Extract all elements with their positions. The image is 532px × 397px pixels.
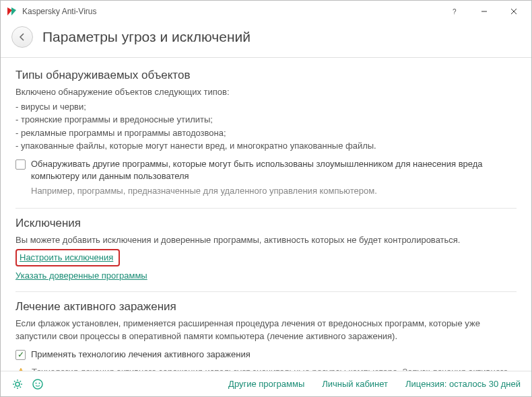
- list-item: - вирусы и черви;: [15, 100, 517, 114]
- svg-point-8: [36, 382, 37, 384]
- settings-gear-icon[interactable]: [11, 378, 24, 390]
- minimize-button[interactable]: [469, 1, 499, 22]
- detect-other-hint: Например, программы, предназначенные для…: [31, 185, 517, 197]
- account-link[interactable]: Личный кабинет: [322, 379, 388, 389]
- svg-point-6: [15, 382, 20, 386]
- exclusions-heading: Исключения: [15, 217, 517, 230]
- support-face-icon[interactable]: [32, 378, 44, 390]
- divider: [15, 208, 517, 209]
- highlight-box: Настроить исключения: [15, 249, 120, 266]
- detected-types-desc: Включено обнаружение объектов следующих …: [15, 86, 517, 99]
- detect-other-label: Обнаруживать другие программы, которые м…: [31, 158, 517, 182]
- list-item: - упакованные файлы, которые могут нанес…: [15, 139, 517, 153]
- arrow-left-icon: [18, 32, 27, 42]
- detect-other-checkbox[interactable]: [15, 159, 26, 170]
- svg-text:?: ?: [453, 8, 457, 15]
- page-title: Параметры угроз и исключений: [42, 29, 251, 45]
- disinfection-desc: Если флажок установлен, применяется расш…: [15, 318, 517, 343]
- detected-types-heading: Типы обнаруживаемых объектов: [15, 69, 517, 82]
- close-button[interactable]: [499, 1, 529, 22]
- app-title: Kaspersky Anti-Virus: [22, 7, 440, 16]
- active-disinfection-checkbox[interactable]: [15, 350, 26, 360]
- list-item: - троянские программы и вредоносные утил…: [15, 113, 517, 127]
- svg-point-7: [33, 380, 42, 389]
- license-link[interactable]: Лицензия: осталось 30 дней: [405, 379, 521, 389]
- brand-logo-icon: [6, 6, 17, 17]
- svg-point-9: [39, 382, 40, 384]
- disinfection-heading: Лечение активного заражения: [15, 300, 517, 314]
- back-button[interactable]: [11, 26, 33, 48]
- help-button[interactable]: ?: [440, 1, 469, 22]
- detected-types-list: - вирусы и черви; - троянские программы …: [15, 100, 517, 153]
- other-programs-link[interactable]: Другие программы: [228, 379, 304, 389]
- exclusions-desc: Вы можете добавить исключения и доверенн…: [15, 234, 517, 247]
- divider: [15, 291, 517, 292]
- configure-exclusions-link[interactable]: Настроить исключения: [20, 252, 113, 262]
- active-disinfection-label: Применять технологию лечения активного з…: [31, 349, 251, 361]
- disinfection-warning: Технология лечения активного заражения и…: [32, 366, 517, 371]
- list-item: - рекламные программы и программы автодо…: [15, 127, 517, 140]
- trusted-apps-link[interactable]: Указать доверенные программы: [15, 270, 147, 281]
